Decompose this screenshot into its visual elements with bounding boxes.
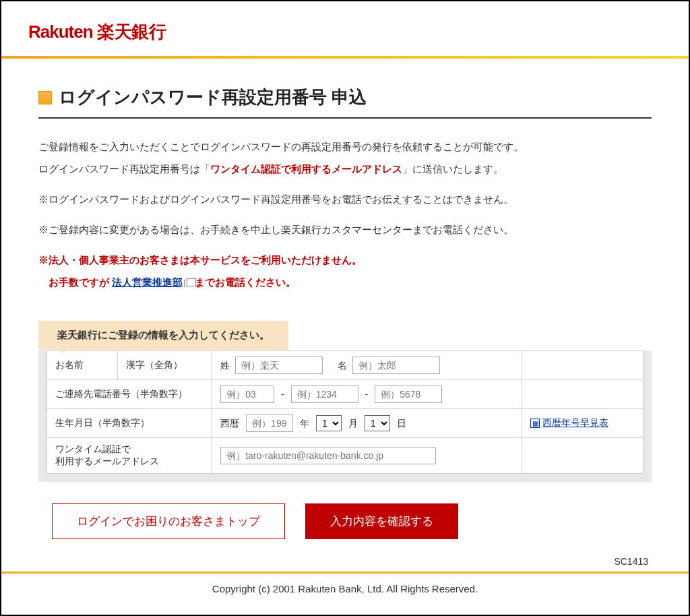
tel-label: ご連絡先電話番号（半角数字）	[47, 380, 212, 409]
footer: SC1413 Copyright (c) 2001 Rakuten Bank, …	[1, 572, 689, 594]
sei-input[interactable]	[235, 357, 323, 374]
highlight-email: ワンタイム認証で利用するメールアドレス	[210, 163, 402, 175]
row-email: ワンタイム認証で 利用するメールアドレス	[47, 438, 644, 474]
intro-warn2: お手数ですが 法人営業推進部 までお電話ください。	[38, 273, 652, 291]
logo-jp: 楽天銀行	[97, 22, 166, 42]
row-name: お名前 漢字（全角） 姓 名	[47, 351, 644, 380]
intro-warn1: ※法人・個人事業主のお客さまは本サービスをご利用いただけません。	[38, 251, 652, 269]
day-select[interactable]: 1	[365, 415, 390, 431]
mei-input[interactable]	[352, 357, 440, 374]
name-inputs: 姓 名	[212, 351, 522, 380]
name-sub-label: 漢字（全角）	[118, 351, 212, 380]
intro-line2: ログインパスワード再設定用番号は「ワンタイム認証で利用するメールアドレス」に送信…	[38, 160, 652, 178]
header: Rakuten 楽天銀行	[1, 1, 689, 56]
calendar-icon: ▦	[530, 419, 540, 428]
dob-label: 生年月日（半角数字）	[47, 409, 212, 438]
confirm-button[interactable]: 入力内容を確認する	[305, 503, 458, 539]
logo: Rakuten 楽天銀行	[28, 20, 662, 44]
intro-note2: ※ご登録内容に変更がある場合は、お手続きを中止し楽天銀行カスタマーセンターまでお…	[38, 220, 652, 239]
screen-code: SC1413	[614, 556, 648, 567]
intro-note1: ※ログインパスワードおよびログインパスワード再設定用番号をお電話でお伝えすること…	[38, 190, 652, 208]
intro-line1: ご登録情報をご入力いただくことでログインパスワードの再設定用番号の発行を依頼する…	[38, 137, 652, 156]
row-dob: 生年月日（半角数字） 西暦 年 1 月 1 日 ▦ 西暦年号早見表	[47, 409, 644, 438]
tel-inputs: - -	[212, 380, 522, 409]
tel3-input[interactable]	[375, 386, 442, 403]
year-input[interactable]	[246, 414, 293, 432]
era-table-link[interactable]: 西暦年号早見表	[542, 417, 608, 429]
button-row: ログインでお困りのお客さまトップ 入力内容を確認する	[38, 503, 652, 539]
dob-inputs: 西暦 年 1 月 1 日	[212, 409, 522, 438]
page-title: ログインパスワード再設定用番号 申込	[59, 86, 367, 109]
name-label: お名前	[47, 351, 118, 380]
logo-latin: Rakuten	[28, 22, 93, 42]
form-section: 楽天銀行にご登録の情報を入力してください。 お名前 漢字（全角） 姓 名 ご連絡…	[38, 350, 652, 482]
back-button[interactable]: ログインでお困りのお客さまトップ	[52, 503, 285, 539]
dob-link-cell: ▦ 西暦年号早見表	[522, 409, 644, 438]
email-input-cell	[212, 438, 522, 474]
tel1-input[interactable]	[220, 386, 274, 403]
email-input[interactable]	[220, 447, 436, 464]
page-title-row: ログインパスワード再設定用番号 申込	[38, 86, 652, 119]
email-label: ワンタイム認証で 利用するメールアドレス	[47, 438, 212, 474]
title-square-icon	[38, 91, 52, 104]
month-select[interactable]: 1	[316, 415, 342, 431]
form-table: お名前 漢字（全角） 姓 名 ご連絡先電話番号（半角数字） - -	[46, 350, 644, 474]
tel2-input[interactable]	[291, 386, 358, 403]
copyright: Copyright (c) 2001 Rakuten Bank, Ltd. Al…	[1, 583, 689, 594]
external-link-icon	[184, 280, 192, 286]
row-tel: ご連絡先電話番号（半角数字） - -	[47, 380, 644, 409]
form-tab: 楽天銀行にご登録の情報を入力してください。	[38, 321, 288, 350]
corporate-link[interactable]: 法人営業推進部	[112, 276, 183, 288]
intro-block: ご登録情報をご入力いただくことでログインパスワードの再設定用番号の発行を依頼する…	[38, 137, 652, 291]
